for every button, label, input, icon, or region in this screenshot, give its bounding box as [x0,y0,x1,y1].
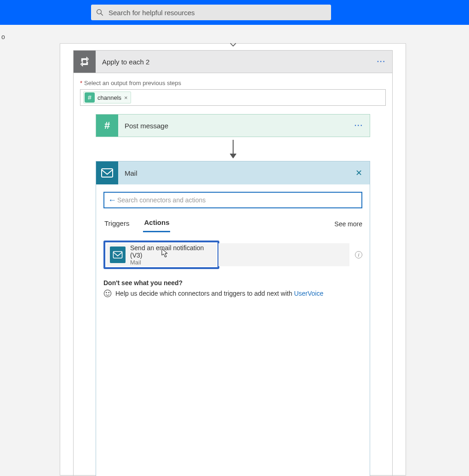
svg-point-7 [109,292,109,292]
dynamic-token-channels[interactable]: # channels × [83,92,131,103]
svg-line-1 [101,13,103,16]
foreach-menu-button[interactable]: ··· [371,57,392,66]
token-remove-button[interactable]: × [124,94,128,101]
mail-panel-title: Mail [118,169,348,177]
mail-icon [110,247,126,263]
designer-canvas: Apply to each 2 ··· *Select an output fr… [60,43,406,476]
svg-point-0 [97,10,102,14]
svg-marker-2 [230,154,236,158]
uservoice-link[interactable]: UserVoice [294,290,323,297]
svg-point-6 [106,292,107,292]
top-bar [0,0,469,25]
close-icon[interactable]: ✕ [348,168,370,178]
hash-icon: # [85,92,95,103]
see-more-link[interactable]: See more [334,220,362,228]
action-connector-label: Mail [130,259,213,266]
info-icon[interactable]: i [355,251,362,258]
search-icon [96,8,104,17]
action-item-highlight: Send an email notification (V3) Mail [103,241,219,269]
action-text: Send an email notification (V3) Mail [130,244,213,266]
foreach-card-header[interactable]: Apply to each 2 ··· [73,50,393,73]
mail-connector-panel: Mail ✕ ← Triggers Actions See more [96,161,370,476]
action-title: Send an email notification (V3) [130,244,213,259]
global-search[interactable] [91,5,331,20]
connector-tabs: Triggers Actions See more [103,216,362,232]
mail-icon [96,161,118,184]
foreach-body: *Select an output from previous steps # … [73,73,393,476]
output-field-label: *Select an output from previous steps [80,80,386,86]
svg-rect-3 [102,169,113,177]
connector-search[interactable]: ← [103,192,362,208]
global-search-input[interactable] [109,9,326,17]
post-message-card[interactable]: # Post message ··· [96,114,370,137]
action-row: Send an email notification (V3) Mail i [103,241,362,269]
connector-arrow-mid [80,137,386,161]
footer-note: Don't see what you need? Help us decide … [103,279,362,298]
connector-search-input[interactable] [117,196,359,204]
tab-triggers[interactable]: Triggers [103,217,130,232]
slack-icon: # [96,115,118,137]
svg-rect-4 [113,252,122,258]
mail-panel-header[interactable]: Mail ✕ [96,161,370,184]
smile-icon [103,289,112,298]
foreach-icon [74,51,96,73]
output-field[interactable]: # channels × [80,89,386,106]
help-text: Help us decide which connectors and trig… [115,290,292,297]
token-label: channels [97,94,121,101]
tab-actions[interactable]: Actions [143,216,170,232]
need-question: Don't see what you need? [103,279,362,287]
mail-panel-body: ← Triggers Actions See more [96,184,370,476]
action-send-email[interactable]: Send an email notification (V3) Mail [106,243,217,266]
foreach-title: Apply to each 2 [96,58,371,66]
svg-point-5 [104,290,111,297]
truncated-text: o [1,33,5,40]
connector-arrow-top [60,41,406,48]
post-message-menu-button[interactable]: ··· [348,121,370,130]
post-message-title: Post message [118,122,348,130]
back-arrow-icon[interactable]: ← [107,195,117,205]
